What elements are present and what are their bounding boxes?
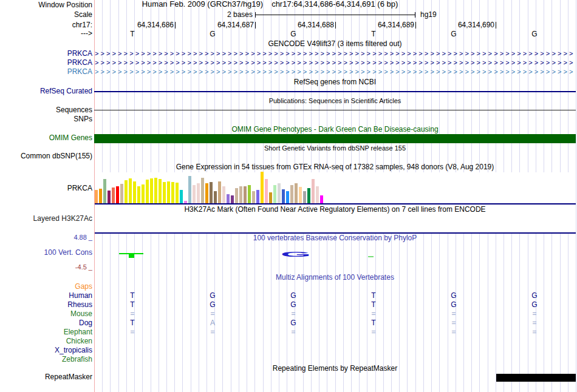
alignment-base-rhesus[interactable]: G [206,301,219,309]
reference-base[interactable]: G [528,30,541,38]
alignment-base-dog[interactable]: A [206,319,219,327]
h3k27ac-label[interactable]: Layered H3K27Ac [0,215,92,223]
gtex-expression-bar[interactable] [193,185,196,203]
alignment-base-dog[interactable]: = [447,319,460,327]
gtex-expression-bar[interactable] [167,181,170,203]
gtex-expression-bar[interactable] [125,180,128,203]
gtex-expression-bar[interactable] [261,172,264,203]
coordinate-label[interactable]: 64,314,688 [279,21,334,29]
gtex-expression-bar[interactable] [299,187,302,203]
alignment-base-rhesus[interactable]: T [367,301,380,309]
omim-genes-label[interactable]: OMIM Genes [0,134,92,142]
reference-base[interactable]: T [367,30,380,38]
snps-label[interactable]: SNPs [0,115,92,123]
alignment-base-rhesus[interactable]: G [528,301,541,309]
gtex-expression-bar[interactable] [295,183,298,203]
species-label-dog[interactable]: Dog [0,319,92,327]
alignment-base-dog[interactable]: = [528,319,541,327]
repeatmasker-element-bar[interactable] [496,374,576,382]
alignment-base-mouse[interactable]: = [206,310,219,318]
gtex-expression-bar[interactable] [133,181,136,203]
gtex-expression-bar[interactable] [163,182,166,203]
gtex-expression-bar[interactable] [244,186,247,203]
gtex-expression-bar[interactable] [205,183,208,203]
alignment-base-rhesus[interactable]: T [126,301,139,309]
gtex-expression-bar[interactable] [273,185,276,203]
alignment-base-rhesus[interactable]: G [287,301,300,309]
sequences-line[interactable] [94,110,576,110]
species-label-gaps[interactable]: Gaps [0,283,92,291]
refseq-curated-label[interactable]: RefSeq Curated [0,87,92,95]
omim-genes-bar[interactable] [94,134,576,143]
gtex-expression-bar[interactable] [286,191,289,203]
gtex-expression-bar[interactable] [188,176,191,203]
gtex-expression-bar[interactable] [116,186,119,203]
alignment-base-elephant[interactable]: = [206,328,219,336]
gtex-expression-bar[interactable] [222,186,225,203]
coordinate-label[interactable]: 64,314,686 [119,21,174,29]
gtex-expression-bar[interactable] [201,178,204,203]
gtex-expression-bar[interactable] [210,182,213,203]
gencode-transcript-label-2[interactable]: PRKCA [0,59,92,67]
species-label-mouse[interactable]: Mouse [0,310,92,318]
alignment-base-elephant[interactable]: = [367,328,380,336]
gtex-expression-bar[interactable] [150,178,153,203]
gencode-transcript-arrows-1[interactable]: >>>>>>>>>>>>>>>>>>>>>>>>>>>>>>>>>>>>>>>>… [95,50,575,58]
alignment-base-mouse[interactable]: = [447,310,460,318]
alignment-base-elephant[interactable]: = [126,328,139,336]
alignment-base-human[interactable]: G [528,292,541,300]
cons-marker-box[interactable] [129,253,134,258]
alignment-base-human[interactable]: G [447,292,460,300]
alignment-base-human[interactable]: T [126,292,139,300]
repeatmasker-label[interactable]: RepeatMasker [0,373,92,381]
alignment-base-human[interactable]: G [206,292,219,300]
gtex-expression-bar[interactable] [99,189,102,203]
alignment-base-elephant[interactable]: = [287,328,300,336]
reference-base[interactable]: T [126,30,139,38]
species-label-rhesus[interactable]: Rhesus [0,301,92,309]
gtex-expression-bar[interactable] [312,179,315,203]
gencode-transcript-arrows-3[interactable]: >>>>>>>>>>>>>>>>>>>>>>>>>>>>>>>>>>>>>>>>… [95,68,575,76]
gtex-expression-bar[interactable] [307,188,310,203]
gtex-expression-bar[interactable] [171,182,174,203]
gtex-expression-bar[interactable] [142,184,145,203]
alignment-base-elephant[interactable]: = [528,328,541,336]
gtex-expression-bar[interactable] [265,179,268,203]
gtex-expression-bar[interactable] [137,186,140,203]
alignment-base-elephant[interactable]: = [447,328,460,336]
gtex-expression-bar[interactable] [184,201,187,203]
gtex-expression-bar[interactable] [154,178,157,203]
gtex-expression-bar[interactable] [256,190,259,203]
species-label-chicken[interactable]: Chicken [0,337,92,345]
alignment-base-dog[interactable]: T [126,319,139,327]
alignment-base-mouse[interactable]: = [528,310,541,318]
gtex-expression-bar[interactable] [159,179,162,203]
gtex-expression-bar[interactable] [197,183,200,203]
species-label-human[interactable]: Human [0,292,92,300]
gtex-expression-bar[interactable] [146,180,149,203]
gtex-expression-bar[interactable] [176,183,179,203]
alignment-base-dog[interactable]: T [367,319,380,327]
gtex-expression-bar[interactable] [282,189,285,203]
gtex-expression-bar[interactable] [235,188,238,203]
gtex-expression-bar[interactable] [320,195,323,203]
species-label-x_tropicalis[interactable]: X_tropicalis [0,346,92,354]
alignment-base-mouse[interactable]: = [287,310,300,318]
gtex-expression-bar[interactable] [227,194,230,203]
alignment-base-dog[interactable]: G [287,319,300,327]
gtex-expression-bar[interactable] [218,181,221,203]
alignment-base-mouse[interactable]: = [126,310,139,318]
gtex-expression-bar[interactable] [214,191,217,203]
gtex-expression-bar[interactable] [112,188,115,203]
alignment-base-mouse[interactable]: = [367,310,380,318]
reference-base[interactable]: G [206,30,219,38]
gtex-expression-bar[interactable] [248,185,251,203]
alignment-base-human[interactable]: T [367,292,380,300]
gtex-expression-bar[interactable] [180,190,183,203]
gtex-expression-bar[interactable] [290,185,293,203]
species-label-elephant[interactable]: Elephant [0,328,92,336]
common-dbsnp-label[interactable]: Common dbSNP(155) [0,152,92,160]
coordinate-label[interactable]: 64,314,689 [360,21,414,29]
cons-track-label[interactable]: 100 Vert. Cons [0,249,92,257]
gtex-expression-bar[interactable] [316,186,319,203]
